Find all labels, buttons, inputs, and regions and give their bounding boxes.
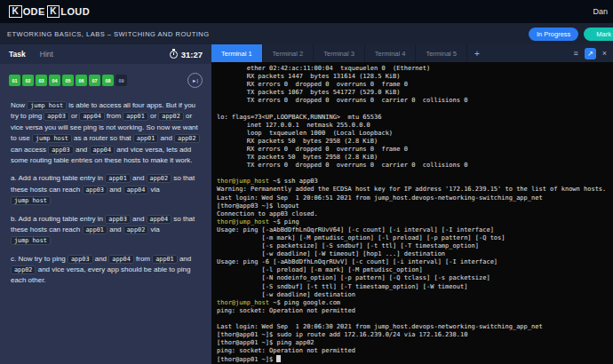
inline-code-badge: app03 — [68, 255, 92, 264]
terminal-line: Warning: Permanently added the ECDSA hos… — [217, 186, 608, 194]
terminal-line: [-N nodeinfo_option] [-p pattern] [-Q tc… — [217, 274, 608, 282]
screen: K ODE K LOUD Dan ETWORKING BASICS, LABS … — [0, 0, 613, 364]
progress-step[interactable]: 06 — [76, 75, 87, 86]
terminal-line — [217, 170, 608, 178]
inline-code-badge: app01 — [133, 134, 158, 143]
inline-code-badge: app04 — [108, 255, 133, 264]
progress-step[interactable]: 04 — [49, 75, 60, 86]
terminal-line: [-w deadline] destination — [217, 291, 608, 299]
terminal-text: ~$ ping — [269, 218, 299, 226]
course-bar: ETWORKING BASICS, LABS – SWITCHING AND R… — [0, 23, 613, 44]
progress-step[interactable]: 01 — [9, 75, 20, 86]
terminal-tab[interactable]: Terminal 3 — [314, 44, 365, 62]
task-paragraph: c. Now try to ping app03 and app04 from … — [11, 254, 201, 287]
user-menu[interactable]: Dan — [593, 7, 608, 16]
progress-step-current[interactable]: 09 — [115, 75, 127, 86]
timer: 31:27 — [170, 50, 203, 59]
terminal-cursor — [276, 355, 281, 362]
terminal-line: lo: flags=73<UP,LOOPBACK,RUNNING> mtu 65… — [217, 114, 608, 122]
terminal-line: RX packets 50 bytes 2958 (2.8 KiB) — [217, 138, 608, 146]
terminal-tab[interactable]: Terminal 1 — [211, 44, 263, 62]
inline-code-badge: jump host — [11, 236, 51, 245]
terminal-line: Usage: ping -6 [-aAbBdDfhLnOqrRUvV] [-c … — [217, 258, 608, 266]
task-paragraph: a. Add a routing table entry in app01 an… — [11, 173, 201, 206]
terminal-line: RX errors 0 dropped 0 overruns 0 frame 0 — [217, 146, 608, 154]
steps-list: 010203040506070809 — [9, 75, 127, 86]
menu-icon[interactable]: ≡ — [573, 50, 577, 58]
in-progress-button[interactable]: In Progress — [529, 28, 578, 41]
topbar: K ODE K LOUD Dan — [0, 0, 613, 23]
progress-step[interactable]: 03 — [36, 75, 47, 86]
terminal-tab[interactable]: Terminal 2 — [263, 44, 314, 62]
inline-code-badge: app01 — [105, 174, 130, 183]
inline-code-badge: app02 — [158, 112, 183, 121]
terminal-line: thor@jump_host ~$ ping — [217, 218, 608, 226]
terminal-line: TX errors 0 dropped 0 overruns 0 carrier… — [217, 97, 608, 105]
inline-code-badge: app02 — [11, 265, 36, 274]
terminal-line: RX errors 0 dropped 0 overruns 0 frame 0 — [217, 81, 608, 89]
terminal-line: [-s packetsize] [-S sndbuf] [-t ttl] [-T… — [217, 242, 608, 250]
terminal-line: ether 02:42:ac:11:00:04 txqueuelen 0 (Et… — [217, 65, 608, 73]
terminal-line: RX packets 1447 bytes 131614 (128.5 KiB) — [217, 73, 608, 81]
inline-code-badge: app03 — [83, 186, 107, 194]
terminal-line: inet 127.0.0.1 netmask 255.0.0.0 — [217, 122, 608, 130]
terminal-line: TX errors 0 dropped 0 overruns 0 carrier… — [217, 162, 608, 170]
main-area: Task Hint 31:27 010203040506070809 ►| No… — [0, 44, 613, 364]
kodekloud-logo[interactable]: K ODE K LOUD — [9, 5, 90, 18]
terminal-tab[interactable]: Terminal 4 — [365, 44, 417, 62]
terminal-line: thor@jump_host ~$ ssh app03 — [217, 178, 608, 186]
terminal-line: ping: socket: Operation not permitted — [217, 347, 608, 355]
inline-code-badge: jump host — [27, 101, 67, 110]
terminal-text: ~$ ping google.com — [269, 299, 340, 306]
mark-complete-button[interactable]: Mark — [584, 28, 613, 41]
clock-icon — [170, 51, 178, 59]
terminal-line: thor@jump_host ~$ ping google.com — [217, 299, 608, 307]
terminal-prompt: thor@jump_host — [217, 299, 269, 306]
close-terminal-icon[interactable]: × — [602, 50, 607, 58]
task-body: Now jump host is able to access all four… — [0, 91, 211, 299]
open-external-icon[interactable]: ↗ — [585, 48, 596, 59]
new-terminal-button[interactable]: + — [467, 44, 487, 62]
course-title: ETWORKING BASICS, LABS – SWITCHING AND R… — [7, 30, 523, 38]
inline-code-badge: app04 — [147, 215, 171, 224]
inline-code-badge: app02 — [174, 134, 199, 143]
progress-step[interactable]: 02 — [22, 75, 34, 86]
terminal-line: loop txqueuelen 1000 (Local Loopback) — [217, 130, 608, 138]
terminal-panel: Terminal 1Terminal 2Terminal 3Terminal 4… — [211, 44, 613, 364]
inline-code-badge: app04 — [79, 112, 104, 121]
terminal-line: Usage: ping [-aAbBdDfhLnOqrRUvV64] [-c c… — [217, 226, 608, 234]
terminal-actions: ≡ ↗ × — [573, 44, 613, 62]
terminal-line: [thor@app01 ~]$ — [217, 355, 608, 364]
terminal-tab[interactable]: Terminal 5 — [416, 44, 467, 62]
task-panel: Task Hint 31:27 010203040506070809 ►| No… — [0, 44, 211, 364]
progress-step[interactable]: 05 — [62, 75, 74, 86]
inline-code-badge: app01 — [83, 226, 107, 234]
terminal-text: [thor@app01 ~]$ — [217, 356, 276, 363]
terminal-text: ~$ ssh app03 — [269, 178, 318, 185]
terminal-line: [-m mark] [-M pmtudisc_option] [-l prelo… — [217, 234, 608, 242]
terminal-output[interactable]: ether 02:42:ac:11:00:04 txqueuelen 0 (Et… — [211, 62, 613, 364]
timer-value: 31:27 — [181, 50, 203, 59]
skip-button[interactable]: ►| — [187, 73, 203, 88]
progress-row: 010203040506070809 ►| — [0, 64, 211, 91]
logo-text: ODE — [23, 6, 45, 17]
terminal-tabbar: Terminal 1Terminal 2Terminal 3Terminal 4… — [211, 44, 613, 62]
terminal-line: ping: socket: Operation not permitted — [217, 307, 608, 315]
progress-step[interactable]: 08 — [102, 75, 114, 86]
inline-code-badge: app01 — [152, 255, 177, 264]
task-tabbar: Task Hint 31:27 — [0, 44, 211, 64]
terminal-line: Last login: Wed Sep 1 20:06:51 2021 from… — [217, 194, 608, 202]
tab-task[interactable]: Task — [9, 50, 26, 59]
tab-hint[interactable]: Hint — [40, 50, 53, 59]
terminal-line: [-l preload] [-m mark] [-M pmtudisc_opti… — [217, 266, 608, 274]
terminal-prompt: thor@jump_host — [217, 178, 269, 185]
progress-step[interactable]: 07 — [89, 75, 100, 86]
terminal-line: TX packets 50 bytes 2958 (2.8 KiB) — [217, 154, 608, 162]
terminal-line: [-S sndbuf] [-t ttl] [-T timestamp_optio… — [217, 283, 608, 291]
inline-code-badge: app01 — [123, 112, 147, 121]
terminal-line — [217, 315, 608, 323]
inline-code-badge: jump host — [11, 196, 51, 205]
terminal-prompt: thor@jump_host — [217, 218, 269, 226]
task-paragraph: Now jump host is able to access all four… — [11, 100, 201, 166]
logo-k-icon: K — [9, 5, 22, 18]
